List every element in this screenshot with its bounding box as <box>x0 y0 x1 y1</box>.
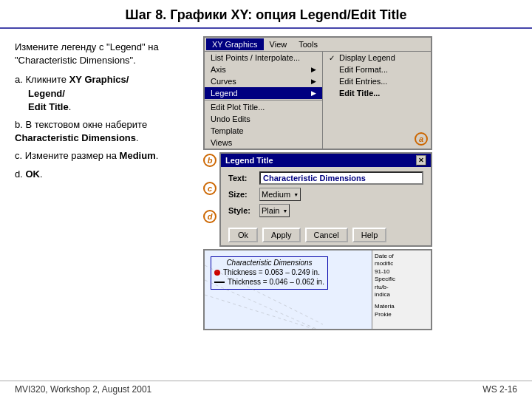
dialog-body: Text: Characteristic Dimensions Size: Me… <box>221 167 431 225</box>
legend-title-dialog: Legend Title ✕ Text: Characteristic Dime… <box>219 152 432 247</box>
steps-list: a. Кликните XY Graphics/ Legend/ Edit Ti… <box>15 73 196 180</box>
dialog-style-row: Style: Plain <box>228 204 423 217</box>
menu-item-template[interactable]: Template <box>205 125 322 137</box>
submenu-edit-title[interactable]: Edit Title... <box>323 87 430 99</box>
dialog-cancel-button[interactable]: Cancel <box>305 228 348 242</box>
menu-item-views[interactable]: Views <box>205 137 322 149</box>
menu-bar-tools[interactable]: Tools <box>293 38 324 50</box>
xy-graphics-menu: XY Graphics View Tools List Points / Int… <box>203 36 432 150</box>
menu-content: List Points / Interpolate... Axis ▶ Curv… <box>205 52 431 149</box>
step-b: b. В текстовом окне наберите Characteris… <box>15 118 196 145</box>
submenu-display-legend[interactable]: ✓ Display Legend <box>323 52 430 64</box>
chart-right-panel: Date of modific 91-10 Specific rtu/b- in… <box>372 250 431 329</box>
right-panel: XY Graphics View Tools List Points / Int… <box>203 36 525 383</box>
dialog-style-label: Style: <box>228 206 259 215</box>
menu-left: List Points / Interpolate... Axis ▶ Curv… <box>205 52 323 149</box>
chart-main: Characteristic Dimensions Thickness = 0.… <box>205 250 372 329</box>
chart-right-line-8: Prokie <box>375 311 429 318</box>
dialog-size-select[interactable]: Medium <box>259 188 301 201</box>
step-d: d. OK. <box>15 168 196 181</box>
step-c: c. Измените размер на Medium. <box>15 149 196 163</box>
label-d: d <box>203 210 216 223</box>
label-c: c <box>203 182 216 195</box>
dialog-ok-button[interactable]: Ok <box>228 228 258 242</box>
dialog-apply-button[interactable]: Apply <box>262 228 301 242</box>
chart-right-line-7: Materia <box>375 303 429 310</box>
screenshots-wrapper: XY Graphics View Tools List Points / Int… <box>203 36 432 330</box>
chart-right-line-3: 91-10 <box>375 268 429 276</box>
dialog-text-row: Text: Characteristic Dimensions <box>228 171 423 185</box>
svg-line-2 <box>205 295 323 329</box>
menu-separator-1 <box>205 100 322 100</box>
dialog-close-button[interactable]: ✕ <box>416 155 426 166</box>
footer-left: MVI320, Workshop 2, August 2001 <box>15 384 151 395</box>
submenu-edit-format[interactable]: Edit Format... <box>323 64 430 75</box>
page-title: Шаг 8. Графики XY: опция Legend/Edit Tit… <box>15 7 517 23</box>
dialog-help-button[interactable]: Help <box>352 228 387 242</box>
step-a: a. Кликните XY Graphics/ Legend/ Edit Ti… <box>15 73 196 114</box>
chart-right-line-4: Specific <box>375 276 429 283</box>
footer-right: WS 2-16 <box>482 384 517 395</box>
chart-right-line-5: rtu/b- <box>375 284 429 291</box>
menu-bar-xy-graphics[interactable]: XY Graphics <box>206 38 264 50</box>
intro-text: Измените легенду с "Legend" на "Characte… <box>15 41 196 67</box>
page-header: Шаг 8. Графики XY: опция Legend/Edit Tit… <box>0 0 532 29</box>
dialog-text-label: Text: <box>228 174 259 183</box>
left-panel: Измените легенду с "Legend" на "Characte… <box>7 36 203 383</box>
chart-screenshot: Characteristic Dimensions Thickness = 0.… <box>203 249 432 330</box>
dialog-buttons: Ok Apply Cancel Help <box>221 225 431 245</box>
menu-item-undo-edits[interactable]: Undo Edits <box>205 113 322 125</box>
menu-item-curves[interactable]: Curves ▶ <box>205 75 322 87</box>
svg-line-1 <box>205 280 323 329</box>
chart-right-line-1: Date of <box>375 253 429 260</box>
menu-item-list-points[interactable]: List Points / Interpolate... <box>205 52 322 64</box>
menu-bar: XY Graphics View Tools <box>205 38 431 52</box>
svg-line-0 <box>205 265 323 324</box>
submenu-edit-entries[interactable]: Edit Entries... <box>323 75 430 87</box>
menu-item-axis[interactable]: Axis ▶ <box>205 64 322 75</box>
dialog-title: Legend Title <box>225 156 273 165</box>
label-a: a <box>415 132 428 146</box>
chart-right-line-2: modific <box>375 260 429 267</box>
main-content: Измените легенду с "Legend" на "Characte… <box>0 29 532 383</box>
dialog-style-select[interactable]: Plain <box>259 204 290 217</box>
dialog-text-input[interactable]: Characteristic Dimensions <box>259 171 423 185</box>
menu-bar-view[interactable]: View <box>264 38 293 50</box>
menu-right: ✓ Display Legend Edit Format... Edit Ent… <box>323 52 430 149</box>
chart-right-line-6: indica <box>375 291 429 299</box>
dialog-row-wrapper: b c d Legend Title ✕ Text: Characteristi… <box>203 152 432 247</box>
dialog-size-label: Size: <box>228 190 259 199</box>
chart-bg-svg <box>205 250 372 329</box>
page-footer: MVI320, Workshop 2, August 2001 WS 2-16 <box>0 381 532 395</box>
dialog-title-bar: Legend Title ✕ <box>221 154 431 167</box>
menu-item-edit-plot-title[interactable]: Edit Plot Title... <box>205 101 322 113</box>
menu-item-legend[interactable]: Legend ▶ <box>205 87 322 99</box>
dialog-labels: b c d <box>203 154 216 223</box>
label-b: b <box>203 154 216 167</box>
dialog-size-row: Size: Medium <box>228 188 423 201</box>
